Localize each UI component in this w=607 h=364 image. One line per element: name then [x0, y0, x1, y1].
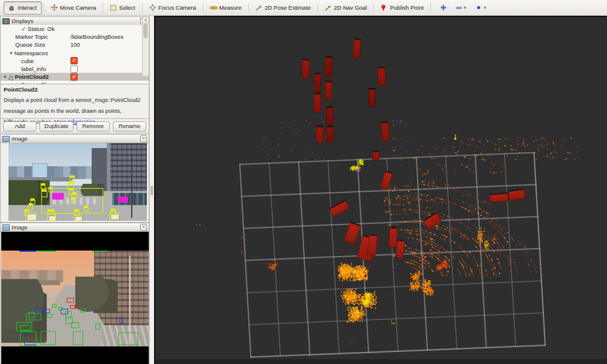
duplicate-button[interactable]: Duplicate: [39, 121, 73, 132]
focus-icon: [149, 4, 156, 11]
detection-label-tag: [110, 209, 115, 211]
detection-label-tag: [41, 183, 45, 186]
detection-box: [58, 307, 63, 311]
scroll-up-icon[interactable]: ▲: [143, 17, 149, 23]
remove-button[interactable]: Remove: [76, 121, 110, 132]
image-panel-1: Image ×: [0, 134, 149, 223]
detection-box: [118, 197, 128, 203]
detection-box: [95, 323, 100, 329]
detection-box: [20, 331, 36, 346]
dot-icon: [475, 4, 482, 11]
tree-row-label-info[interactable]: label_info: [1, 65, 149, 73]
tree-row-pointcloud2[interactable]: ▼PointCloud2✓: [1, 73, 149, 81]
camera-image-2: [1, 251, 149, 346]
camera-image-1: [8, 143, 147, 221]
tree-row-status-ok[interactable]: ✓Status: Ok: [1, 25, 149, 33]
detection-label-tag: [41, 189, 47, 192]
tool-select[interactable]: Select: [105, 1, 140, 15]
tool-nav-goal[interactable]: 2D Nav Goal: [320, 1, 371, 15]
toolbar: InteractMove CameraSelectFocus CameraMea…: [0, 0, 607, 16]
display-description: PointCloud2 Displays a point cloud from …: [1, 84, 149, 119]
image-panel-2-header[interactable]: Image ×: [1, 223, 149, 232]
tree-scrollbar[interactable]: ▲: [142, 17, 149, 76]
tool-publish-point[interactable]: Publish Point: [376, 1, 428, 15]
detection-box: [41, 185, 46, 189]
lidar-bounding-box: [381, 121, 390, 141]
image-icon: [2, 136, 10, 142]
detection-box: [80, 308, 86, 312]
detection-box: [26, 313, 41, 320]
detection-box: [67, 298, 74, 303]
toolbar-separator: [317, 3, 318, 13]
detection-box: [52, 193, 64, 200]
tool-interact[interactable]: Interact: [4, 1, 42, 15]
tree-row-cube[interactable]: cube✓: [1, 57, 149, 65]
lidar-bounding-box: [314, 93, 322, 112]
expander-icon[interactable]: ▼: [3, 75, 7, 79]
pin-icon: [381, 4, 387, 11]
tree-row-marker-topic[interactable]: Marker Topic/lidarBoundingBoxes: [1, 33, 149, 41]
lidar-bounding-box: [316, 126, 324, 143]
checkbox[interactable]: ✓: [70, 73, 78, 81]
render-viewport-3d[interactable]: [154, 16, 607, 364]
detection-box: [84, 207, 89, 211]
toolbar-tools: InteractMove CameraSelectFocus CameraMea…: [4, 1, 429, 15]
tree-row-label: Namespaces: [14, 50, 47, 56]
detection-box: [20, 325, 30, 330]
displays-panel-title: Displays: [12, 18, 33, 24]
close-icon[interactable]: ×: [140, 224, 147, 231]
tree-row-value[interactable]: 100: [70, 41, 80, 48]
move-icon: [51, 4, 58, 11]
detection-box: [47, 314, 53, 318]
tree-row-value[interactable]: /lidarBoundingBoxes: [70, 33, 123, 40]
detection-box: [38, 251, 56, 252]
tree-row-label: Queue Size: [15, 41, 46, 48]
tool-measure[interactable]: Measure: [205, 1, 246, 15]
toolbar-separator: [430, 3, 431, 13]
chevron-down-icon[interactable]: ▼: [463, 6, 467, 10]
detection-label-tag: [71, 197, 75, 200]
photo1-pole: [131, 155, 132, 217]
close-icon[interactable]: ×: [140, 135, 147, 142]
detection-box: [52, 304, 56, 308]
tool-add-tool[interactable]: [438, 3, 449, 12]
tree-row-label: label_info: [21, 66, 46, 72]
rename-button[interactable]: Rename: [113, 121, 146, 132]
plus-icon: [440, 4, 447, 11]
detection-label-tag: [24, 209, 29, 212]
tool-remove-tool[interactable]: ▼: [453, 3, 469, 12]
splitter-grip-icon[interactable]: [151, 186, 153, 195]
checkbox[interactable]: ✓: [70, 57, 78, 64]
tree-row-label: PointCloud2: [15, 73, 49, 80]
measure-icon: [210, 4, 217, 11]
tree-row-label: Marker Topic: [15, 33, 48, 40]
tool-pose-estimate[interactable]: 2D Pose Estimate: [251, 1, 316, 15]
lidar-bounding-box: [325, 56, 333, 76]
scroll-thumb[interactable]: [143, 24, 148, 38]
expander-icon[interactable]: ▼: [9, 51, 13, 55]
toolbar-separator: [142, 3, 143, 13]
detection-label-tag: [72, 192, 76, 195]
viewport-bottom-strip: [155, 359, 607, 364]
detection-box: [70, 177, 75, 181]
tool-focus-camera[interactable]: Focus Camera: [144, 1, 201, 15]
display-actions: AddDuplicateRemoveRename: [1, 121, 149, 132]
detection-box: [49, 189, 53, 192]
hand-icon: [8, 4, 15, 11]
add-button[interactable]: Add: [3, 121, 36, 132]
detection-label-tag: [67, 182, 73, 184]
panel-splitter[interactable]: [149, 16, 154, 364]
checkbox[interactable]: [70, 66, 78, 73]
chevron-down-icon[interactable]: ▼: [483, 6, 487, 10]
detection-box: [41, 191, 47, 197]
tool-move-camera[interactable]: Move Camera: [46, 1, 101, 15]
displays-icon: [2, 18, 10, 24]
tree-row-namespaces[interactable]: ▼Namespaces: [1, 49, 149, 57]
detection-label-tag: [29, 203, 33, 206]
displays-panel-header[interactable]: Displays ×: [1, 17, 149, 25]
image-panel-1-header[interactable]: Image ×: [1, 135, 149, 143]
tool-tool-properties[interactable]: ▼: [473, 3, 489, 12]
detection-box: [65, 311, 72, 317]
detection-box: [41, 331, 56, 345]
tree-row-queue-size[interactable]: Queue Size100: [1, 41, 149, 49]
